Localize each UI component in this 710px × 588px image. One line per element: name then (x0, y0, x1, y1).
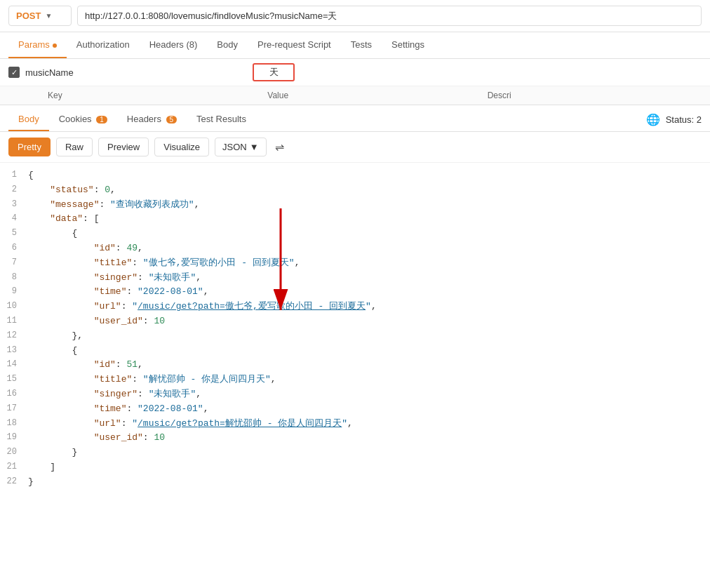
code-line: 13 { (0, 344, 710, 359)
wrap-icon[interactable]: ⇌ (275, 140, 284, 154)
code-line: 3 "message": "查询收藏列表成功", (0, 198, 710, 213)
response-tabs-bar: Body Cookies 1 Headers 5 Test Results 🌐 … (0, 108, 710, 132)
param-checkbox[interactable] (8, 67, 20, 78)
code-viewer: 1 { 2 "status": 0, 3 "message": "查询收藏列表成… (0, 163, 710, 495)
response-format-bar: Pretty Raw Preview Visualize JSON ▼ ⇌ (0, 132, 710, 163)
headers-badge: 5 (166, 116, 178, 123)
url-link-1[interactable]: /music/get?path=傲七爷,爱写歌的小田 - 回到夏天 (138, 301, 366, 312)
col-desc-header: Descri (488, 91, 702, 100)
status-section: 🌐 Status: 2 (646, 113, 702, 126)
code-line: 10 "url": "/music/get?path=傲七爷,爱写歌的小田 - … (0, 300, 710, 314)
code-line: 12 }, (0, 329, 710, 344)
code-line: 20 } (0, 446, 710, 460)
code-line: 1 { (0, 168, 710, 183)
tab-authorization[interactable]: Authorization (67, 32, 140, 58)
param-checkbox-cell[interactable] (8, 67, 20, 78)
tab-tests[interactable]: Tests (341, 32, 382, 58)
param-row: musicName 天 (0, 59, 710, 86)
globe-icon[interactable]: 🌐 (646, 113, 660, 126)
code-line: 9 "time": "2022-08-01", (0, 285, 710, 300)
format-select[interactable]: JSON ▼ (215, 138, 267, 156)
url-input[interactable] (77, 6, 702, 26)
code-line: 16 "singer": "未知歌手", (0, 387, 710, 402)
method-chevron-icon: ▼ (45, 12, 52, 20)
code-line: 19 "user_id": 10 (0, 431, 710, 446)
cookies-badge: 1 (96, 116, 107, 123)
col-key-header: Key (48, 91, 262, 100)
code-line: 7 "title": "傲七爷,爱写歌的小田 - 回到夏天", (0, 256, 710, 271)
request-tabs-bar: Params Authorization Headers (8) Body Pr… (0, 32, 710, 59)
code-line: 6 "id": 49, (0, 241, 710, 256)
format-btn-pretty[interactable]: Pretty (8, 138, 51, 156)
code-line: 5 { (0, 227, 710, 241)
col-value-header: Value (267, 91, 481, 100)
format-select-label: JSON (222, 142, 247, 152)
status-text: Status: 2 (666, 114, 702, 125)
format-btn-raw[interactable]: Raw (56, 138, 93, 156)
tab-params[interactable]: Params (8, 32, 67, 58)
response-container: 1 { 2 "status": 0, 3 "message": "查询收藏列表成… (0, 163, 710, 495)
code-line: 18 "url": "/music/get?path=解忧邵帅 - 你是人间四月… (0, 417, 710, 432)
param-key: musicName (25, 67, 247, 78)
tab-headers[interactable]: Headers (8) (140, 32, 208, 58)
url-link-2[interactable]: /music/get?path=解忧邵帅 - 你是人间四月天 (138, 418, 342, 429)
param-value-wrapper: 天 (253, 63, 474, 81)
params-section: musicName 天 Key Value Descri (0, 59, 710, 105)
code-line: 14 "id": 51, (0, 358, 710, 373)
format-btn-preview[interactable]: Preview (98, 138, 149, 156)
response-tab-headers[interactable]: Headers 5 (117, 108, 187, 131)
method-label: POST (16, 11, 41, 21)
format-btn-visualize[interactable]: Visualize (154, 138, 209, 156)
params-dot (53, 44, 57, 48)
response-tab-test-results[interactable]: Test Results (187, 108, 256, 131)
tab-settings[interactable]: Settings (382, 32, 434, 58)
response-tab-body[interactable]: Body (8, 108, 49, 131)
code-line: 15 "title": "解忧邵帅 - 你是人间四月天", (0, 373, 710, 387)
param-value-box: 天 (253, 63, 295, 81)
code-line: 22 } (0, 475, 710, 490)
url-bar: POST ▼ (0, 0, 710, 32)
code-line: 17 "time": "2022-08-01", (0, 402, 710, 417)
tab-pre-request-script[interactable]: Pre-request Script (248, 32, 341, 58)
tab-body[interactable]: Body (207, 32, 248, 58)
code-line: 4 "data": [ (0, 212, 710, 227)
response-tab-cookies[interactable]: Cookies 1 (49, 108, 117, 131)
code-line: 2 "status": 0, (0, 183, 710, 198)
method-select[interactable]: POST ▼ (8, 6, 72, 26)
code-line: 11 "user_id": 10 (0, 314, 710, 329)
code-line: 8 "singer": "未知歌手", (0, 271, 710, 286)
code-line: 21 ] (0, 460, 710, 475)
params-header-row: Key Value Descri (0, 86, 710, 105)
format-select-chevron-icon: ▼ (250, 142, 259, 152)
